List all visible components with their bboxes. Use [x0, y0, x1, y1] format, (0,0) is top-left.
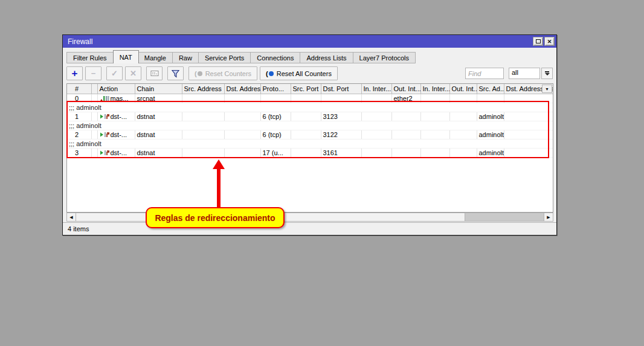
- column-select-button[interactable]: ▼: [542, 85, 552, 93]
- column-header[interactable]: Src. Port: [291, 84, 321, 94]
- comment-row[interactable]: ;;; adminolt: [67, 121, 553, 130]
- table-cell: srcnat: [135, 94, 182, 103]
- dropdown-arrow-icon: [545, 71, 549, 72]
- check-icon: ✓: [111, 69, 118, 77]
- column-header[interactable]: #: [67, 84, 91, 94]
- tab-mangle[interactable]: Mangle: [138, 52, 173, 63]
- filter-dropdown[interactable]: all: [509, 68, 553, 79]
- tabstrip: Filter RulesNATMangleRawService PortsCon…: [66, 50, 553, 63]
- table-cell: [291, 130, 321, 139]
- titlebar[interactable]: Firewall ✕: [63, 35, 556, 48]
- column-header[interactable]: Dst. Address: [224, 84, 260, 94]
- table-row[interactable]: 1dst-...dstnat6 (tcp)3123adminolt: [67, 112, 553, 121]
- table-cell: ether2: [391, 94, 420, 103]
- table-cell: 3: [67, 148, 91, 157]
- column-header[interactable]: In. Inter...: [361, 84, 391, 94]
- filter-button[interactable]: [167, 66, 184, 80]
- table-cell: [449, 130, 477, 139]
- table-cell: 3161: [321, 148, 361, 157]
- annotation-callout: Reglas de redireccionamiento: [146, 207, 285, 228]
- table-cell: [477, 94, 504, 103]
- items-count: 4 items: [68, 225, 89, 232]
- tab-layer7-protocols[interactable]: Layer7 Protocols: [353, 52, 416, 63]
- table-cell: [420, 94, 449, 103]
- reset-counters-icon: (: [195, 70, 202, 77]
- disable-rule-button[interactable]: ✕: [125, 66, 141, 80]
- remove-rule-button[interactable]: −: [85, 66, 101, 80]
- table-cell: [91, 112, 97, 121]
- maximize-button[interactable]: [533, 37, 543, 46]
- dropdown-button[interactable]: [541, 68, 553, 79]
- table-cell: [391, 130, 420, 139]
- table-cell: [291, 148, 321, 157]
- find-input[interactable]: [465, 68, 504, 79]
- dst-nat-icon: [100, 150, 109, 156]
- window-title: Firewall: [68, 37, 92, 46]
- table-cell: 3122: [321, 130, 361, 139]
- table-cell: [504, 148, 553, 157]
- table-cell: 3123: [321, 112, 361, 121]
- column-header[interactable]: [91, 84, 97, 94]
- table-cell: [361, 130, 391, 139]
- column-header[interactable]: In. Inter...: [420, 84, 449, 94]
- table-cell: [420, 130, 449, 139]
- add-rule-button[interactable]: +: [66, 66, 83, 80]
- tab-filter-rules[interactable]: Filter Rules: [66, 52, 114, 63]
- column-header[interactable]: Src. Address: [182, 84, 224, 94]
- horizontal-scrollbar[interactable]: ◀ ▶: [66, 213, 553, 222]
- statusbar: 4 items: [63, 222, 556, 235]
- column-header[interactable]: Chain: [135, 84, 182, 94]
- table-cell: [91, 94, 97, 103]
- table-cell: [224, 112, 260, 121]
- table-cell: [391, 148, 420, 157]
- table-cell: [182, 148, 224, 157]
- table-cell: [182, 94, 224, 103]
- cross-icon: ✕: [130, 69, 137, 77]
- table-cell: [182, 112, 224, 121]
- annotation-arrow-shaft: [217, 168, 221, 209]
- dst-nat-icon: [100, 114, 109, 120]
- tab-connections[interactable]: Connections: [251, 52, 300, 63]
- table-cell: dstnat: [135, 112, 182, 121]
- close-button[interactable]: ✕: [544, 37, 555, 46]
- table-cell: 2: [67, 130, 91, 139]
- column-header[interactable]: Out. Int...: [449, 84, 477, 94]
- tab-raw[interactable]: Raw: [173, 52, 199, 63]
- comment-icon: [150, 70, 159, 77]
- table-cell: adminolt: [477, 112, 504, 121]
- column-header[interactable]: Out. Int...: [391, 84, 420, 94]
- table-cell: [291, 112, 321, 121]
- scroll-left-button[interactable]: ◀: [67, 213, 76, 221]
- table-cell: [91, 130, 97, 139]
- nat-rules-table: #ActionChainSrc. AddressDst. AddressProt…: [66, 83, 553, 213]
- table-cell: 6 (tcp): [260, 130, 291, 139]
- reset-counters-button[interactable]: ( Reset Counters: [188, 66, 257, 80]
- table-cell: adminolt: [477, 130, 504, 139]
- column-header[interactable]: Proto...: [260, 84, 291, 94]
- table-cell: [321, 94, 361, 103]
- comment-row[interactable]: ;;; adminolt: [67, 103, 553, 112]
- scroll-right-button[interactable]: ▶: [544, 213, 553, 221]
- table-cell: [224, 94, 260, 103]
- tab-service-ports[interactable]: Service Ports: [199, 52, 251, 63]
- table-cell: [391, 112, 420, 121]
- rule-comment: ;;; adminolt: [67, 103, 553, 112]
- rule-comment: ;;; adminolt: [67, 121, 553, 130]
- comment-row[interactable]: ;;; adminolt: [67, 139, 553, 148]
- reset-all-counters-button[interactable]: ( Reset All Counters: [260, 66, 338, 80]
- column-header[interactable]: Src. Ad...: [477, 84, 504, 94]
- enable-rule-button[interactable]: ✓: [106, 66, 123, 80]
- table-row[interactable]: 3dst-...dstnat17 (u...3161adminolt: [67, 148, 553, 157]
- table-cell: dst-...: [97, 130, 135, 139]
- dst-nat-icon: [100, 132, 109, 138]
- tab-nat[interactable]: NAT: [113, 50, 139, 63]
- masquerade-icon: [100, 95, 109, 101]
- table-row[interactable]: 0mas...srcnatether2: [67, 94, 553, 103]
- comment-button[interactable]: [146, 66, 163, 80]
- column-header[interactable]: Action: [97, 84, 135, 94]
- table-cell: [504, 94, 553, 103]
- table-row[interactable]: 2dst-...dstnat6 (tcp)3122adminolt: [67, 130, 553, 139]
- column-header[interactable]: Dst. Port: [321, 84, 361, 94]
- tab-address-lists[interactable]: Address Lists: [300, 52, 353, 63]
- table-cell: [182, 130, 224, 139]
